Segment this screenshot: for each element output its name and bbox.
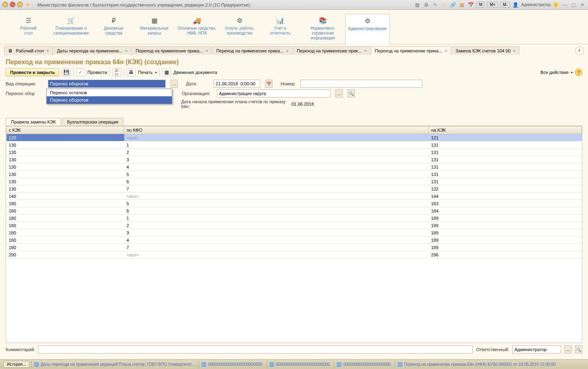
- status-item[interactable]: 000000000000000000000000: [199, 361, 264, 368]
- provesti-button[interactable]: Провести: [87, 70, 107, 75]
- maximize-button[interactable]: [17, 2, 23, 7]
- cell-to[interactable]: 131: [429, 141, 582, 149]
- cell-kfo[interactable]: 6: [124, 207, 429, 215]
- cell-kfo[interactable]: <все>: [124, 251, 429, 258]
- link-icon[interactable]: 🔗: [450, 2, 456, 8]
- close-icon[interactable]: ×: [46, 48, 49, 53]
- table-row[interactable]: 140<все>144: [6, 193, 582, 200]
- minimize-button[interactable]: [2, 2, 8, 7]
- close-icon[interactable]: ×: [513, 48, 515, 53]
- cell-to[interactable]: 131: [429, 149, 582, 156]
- org-choose-button[interactable]: ...: [335, 89, 343, 98]
- cell-to[interactable]: 121: [429, 134, 582, 141]
- responsible-input[interactable]: [512, 345, 561, 354]
- cell-kfo[interactable]: 7: [124, 244, 429, 251]
- dropdown-icon[interactable]: ▾: [571, 71, 573, 74]
- cell-from[interactable]: 120: [6, 134, 124, 141]
- cell-from[interactable]: 130: [6, 149, 124, 156]
- print-button[interactable]: Печать: [138, 70, 153, 75]
- status-item[interactable]: 000000000000000000000000: [266, 361, 332, 368]
- status-item[interactable]: Переход на применение приказа 64н (НФА) …: [395, 361, 558, 368]
- cell-from[interactable]: 180: [6, 200, 124, 207]
- cell-kfo[interactable]: 5: [124, 200, 429, 207]
- cell-kfo[interactable]: 3: [124, 229, 429, 237]
- win-minimize-icon[interactable]: —: [561, 2, 568, 8]
- cell-to[interactable]: 131: [429, 171, 582, 178]
- cell-kfo[interactable]: 6: [124, 178, 429, 185]
- comment-input[interactable]: [38, 345, 473, 354]
- cell-to[interactable]: 189: [429, 237, 582, 244]
- dropdown-icon[interactable]: ▾: [155, 71, 157, 74]
- table-row[interactable]: 1302131: [6, 149, 582, 156]
- cell-to[interactable]: 189: [429, 215, 582, 222]
- status-item[interactable]: 000000000000000000000: [334, 361, 393, 368]
- save-icon[interactable]: 💾: [62, 68, 71, 76]
- section-planning[interactable]: 🛒Планирование исанкционирование: [49, 14, 93, 44]
- dropdown-option-turnover[interactable]: Перенос оборотов: [47, 96, 172, 104]
- all-actions-button[interactable]: Все действия: [540, 70, 569, 75]
- section-accounting[interactable]: 📊Учет иотчетность: [260, 14, 300, 44]
- cell-to[interactable]: 131: [429, 178, 582, 185]
- col-kfo[interactable]: по КФО: [124, 126, 429, 134]
- cell-from[interactable]: 140: [6, 193, 124, 200]
- doc-tab-transition3[interactable]: Переход на применение прик...×: [293, 46, 370, 55]
- close-icon[interactable]: ×: [364, 48, 367, 53]
- org-input[interactable]: [217, 89, 331, 98]
- doc-tab-transition4[interactable]: Переход на применение прика...×: [371, 46, 451, 55]
- cell-kfo[interactable]: 3: [124, 156, 429, 163]
- cell-from[interactable]: 130: [6, 156, 124, 163]
- cell-kfo[interactable]: 4: [124, 237, 429, 244]
- rules-table[interactable]: с КЭК по КФО на КЭК 120<все>121130113113…: [6, 126, 582, 343]
- cell-from[interactable]: 290: [6, 251, 124, 258]
- movements-button[interactable]: Движения документа: [173, 70, 217, 75]
- col-from[interactable]: с КЭК: [6, 126, 124, 134]
- table-icon[interactable]: ▦: [162, 68, 171, 76]
- table-row[interactable]: 1304131: [6, 163, 582, 171]
- cell-to[interactable]: 183: [429, 200, 582, 207]
- optype-input[interactable]: [48, 80, 166, 88]
- post-icon[interactable]: ✓: [76, 68, 85, 76]
- org-search-button[interactable]: 🔍: [348, 89, 355, 98]
- cell-kfo[interactable]: 2: [124, 222, 429, 229]
- subtab-rules[interactable]: Правила замены КЭК: [6, 118, 61, 126]
- print-icon[interactable]: 🖶: [423, 2, 430, 8]
- info-icon[interactable]: i: [553, 2, 559, 8]
- date-calendar-button[interactable]: 📅: [265, 80, 272, 88]
- tool-icon[interactable]: ✎: [432, 2, 439, 8]
- calendar-icon[interactable]: 📅: [468, 2, 474, 8]
- win-close-icon[interactable]: ✕: [579, 2, 586, 8]
- close-icon[interactable]: ×: [125, 48, 127, 53]
- cell-to[interactable]: 132: [429, 185, 582, 193]
- cell-to[interactable]: 189: [429, 229, 582, 237]
- dropdown-option-balances[interactable]: Перенос остатков: [47, 89, 172, 96]
- cell-from[interactable]: 180: [6, 237, 124, 244]
- debit-credit-icon[interactable]: ДтКт: [112, 68, 121, 76]
- section-money[interactable]: ₽Денежныесредства: [93, 14, 134, 44]
- cell-kfo[interactable]: 4: [124, 163, 429, 171]
- cell-kfo[interactable]: <все>: [124, 134, 429, 141]
- table-row[interactable]: 1301131: [6, 141, 582, 149]
- printer-icon[interactable]: 🖶: [127, 68, 136, 76]
- table-row[interactable]: 1805183: [6, 200, 582, 207]
- cell-from[interactable]: 180: [6, 244, 124, 251]
- section-assets[interactable]: 🚚Основные средства,НМА, НПА: [175, 14, 219, 44]
- m-plus-button[interactable]: M+: [487, 2, 498, 8]
- optype-choose-button[interactable]: ...: [171, 80, 178, 88]
- table-row[interactable]: 1804189: [6, 237, 582, 244]
- history-button[interactable]: История...: [3, 361, 30, 368]
- m-minus-button[interactable]: M-: [500, 2, 510, 8]
- table-row[interactable]: 1806184: [6, 207, 582, 215]
- section-reference[interactable]: 📚Нормативно-справочнаяинформация: [300, 14, 345, 44]
- cell-from[interactable]: 130: [6, 141, 124, 149]
- cell-from[interactable]: 180: [6, 207, 124, 215]
- cell-kfo[interactable]: 7: [124, 185, 429, 193]
- table-row[interactable]: 1305131: [6, 171, 582, 178]
- table-row[interactable]: 120<все>121: [6, 134, 582, 141]
- cell-kfo[interactable]: 1: [124, 141, 429, 149]
- subtab-accounting[interactable]: Бухгалтерская операция: [62, 118, 123, 126]
- cell-from[interactable]: 130: [6, 185, 124, 193]
- cell-from[interactable]: 180: [6, 222, 124, 229]
- cell-from[interactable]: 180: [6, 229, 124, 237]
- table-row[interactable]: 1802189: [6, 222, 582, 229]
- cell-kfo[interactable]: 1: [124, 215, 429, 222]
